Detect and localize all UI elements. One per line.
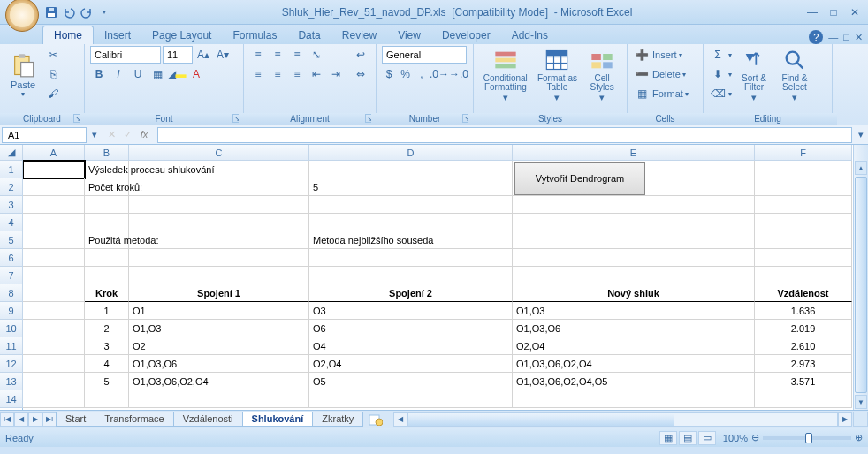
cell-D2[interactable]: 5 [309, 178, 513, 196]
cell-C12[interactable]: O1,O3,O6 [129, 355, 309, 373]
cell-F13[interactable]: 3.571 [755, 373, 852, 390]
cell-F6[interactable] [755, 249, 852, 267]
minimize-button[interactable]: — [803, 5, 822, 19]
redo-icon[interactable] [80, 5, 94, 19]
grow-font-icon[interactable]: A▴ [194, 46, 212, 64]
tab-view[interactable]: View [387, 26, 431, 44]
row-header-14[interactable]: 14 [0, 390, 23, 408]
tab-insert[interactable]: Insert [94, 26, 141, 44]
scroll-up-arrow[interactable]: ▲ [855, 161, 867, 175]
dendrogram-button[interactable]: Vytvořit Dendrogram [514, 162, 645, 195]
sheet-tab-start[interactable]: Start [56, 412, 95, 427]
tab-first-icon[interactable]: I◀ [0, 412, 14, 427]
cell-A5[interactable] [23, 231, 85, 249]
merge-center-button[interactable]: ⇔ [348, 65, 373, 83]
grid[interactable]: ABCDEF Výsledek procesu shlukováníPočet … [23, 145, 853, 410]
cell-A10[interactable] [23, 320, 85, 337]
align-center-icon[interactable]: ≡ [269, 65, 286, 83]
cell-B14[interactable] [85, 390, 129, 408]
font-size-combo[interactable]: 11 [163, 46, 193, 64]
cell-D6[interactable] [309, 249, 513, 267]
cell-A1[interactable] [23, 161, 85, 178]
cell-F9[interactable]: 1.636 [755, 302, 852, 320]
cell-D14[interactable] [309, 390, 513, 408]
cell-F1[interactable] [755, 161, 852, 178]
cell-A11[interactable] [23, 337, 85, 355]
cell-C2[interactable] [129, 178, 309, 196]
horizontal-scrollbar[interactable]: ◀ ▶ [393, 412, 852, 427]
cell-B12[interactable]: 4 [85, 355, 129, 373]
new-sheet-icon[interactable] [367, 412, 385, 427]
cell-E5[interactable] [513, 231, 755, 249]
underline-button[interactable]: U [129, 65, 147, 83]
page-layout-view-icon[interactable]: ▤ [679, 431, 697, 445]
page-break-view-icon[interactable]: ▭ [698, 431, 716, 445]
cell-E9[interactable]: O1,O3 [513, 302, 755, 320]
tab-next-icon[interactable]: ▶ [28, 412, 42, 427]
sheet-tab-transformace[interactable]: Transformace [95, 412, 173, 427]
fill-icon[interactable]: ⬇ [709, 65, 727, 83]
row-header-1[interactable]: 1 [0, 161, 23, 178]
tab-prev-icon[interactable]: ◀ [14, 412, 28, 427]
cell-A12[interactable] [23, 355, 85, 373]
cell-D7[interactable] [309, 267, 513, 284]
enter-formula-icon[interactable]: ✓ [120, 129, 134, 140]
select-all-corner[interactable]: ◢ [0, 145, 23, 161]
tab-last-icon[interactable]: ▶I [42, 412, 57, 427]
save-icon[interactable] [44, 5, 58, 19]
row-header-12[interactable]: 12 [0, 355, 23, 373]
tab-developer[interactable]: Developer [431, 26, 501, 44]
cell-B13[interactable]: 5 [85, 373, 129, 390]
tab-data[interactable]: Data [287, 26, 331, 44]
paste-button[interactable]: Paste ▾ [5, 46, 41, 104]
col-header-F[interactable]: F [755, 145, 852, 161]
cell-E7[interactable] [513, 267, 755, 284]
cell-E3[interactable] [513, 196, 755, 214]
row-header-7[interactable]: 7 [0, 267, 23, 284]
close-button[interactable]: ✕ [845, 5, 864, 19]
cell-F10[interactable]: 2.019 [755, 320, 852, 337]
cell-B9[interactable]: 1 [85, 302, 129, 320]
vscroll-thumb[interactable] [855, 177, 867, 393]
cell-E4[interactable] [513, 214, 755, 231]
cell-C6[interactable] [129, 249, 309, 267]
fx-icon[interactable]: fx [136, 129, 152, 140]
conditional-formatting-button[interactable]: Conditional Formatting▾ [479, 46, 532, 104]
cell-B8[interactable]: Krok [85, 284, 129, 302]
delete-cells-icon[interactable]: ➖ [633, 65, 651, 83]
wrap-text-button[interactable]: ↩ [348, 46, 373, 64]
help-icon[interactable]: ? [809, 30, 823, 44]
cell-E6[interactable] [513, 249, 755, 267]
cell-D3[interactable] [309, 196, 513, 214]
percent-format-icon[interactable]: % [398, 65, 412, 83]
copy-icon[interactable]: ⎘ [44, 65, 62, 83]
clear-icon[interactable]: ⌫ [709, 85, 727, 102]
col-header-A[interactable]: A [23, 145, 85, 161]
tab-page-layout[interactable]: Page Layout [141, 26, 222, 44]
sheet-tab-zkratky[interactable]: Zkratky [312, 412, 363, 427]
cell-C14[interactable] [129, 390, 309, 408]
col-header-D[interactable]: D [309, 145, 513, 161]
cell-C7[interactable] [129, 267, 309, 284]
cell-F14[interactable] [755, 390, 852, 408]
cell-D8[interactable]: Spojení 2 [309, 284, 513, 302]
fill-color-button[interactable]: ◢▬ [168, 65, 186, 83]
cell-C3[interactable] [129, 196, 309, 214]
sheet-tab-shlukování[interactable]: Shlukování [242, 412, 314, 427]
row-header-5[interactable]: 5 [0, 231, 23, 249]
cell-F7[interactable] [755, 267, 852, 284]
cell-C10[interactable]: O1,O3 [129, 320, 309, 337]
doc-close-icon[interactable]: ✕ [855, 32, 863, 43]
number-format-combo[interactable]: General [382, 46, 467, 64]
cut-icon[interactable]: ✂ [44, 46, 62, 64]
cancel-formula-icon[interactable]: ✕ [104, 129, 118, 140]
zoom-in-button[interactable]: ⊕ [855, 432, 863, 443]
font-color-button[interactable]: A [187, 65, 205, 83]
cell-D5[interactable]: Metoda nejbližšího souseda [309, 231, 513, 249]
tab-add-ins[interactable]: Add-Ins [501, 26, 559, 44]
shrink-font-icon[interactable]: A▾ [214, 46, 232, 64]
align-bottom-icon[interactable]: ≡ [288, 46, 306, 64]
cell-B3[interactable] [85, 196, 129, 214]
cell-F4[interactable] [755, 214, 852, 231]
doc-restore-icon[interactable]: □ [843, 32, 849, 42]
